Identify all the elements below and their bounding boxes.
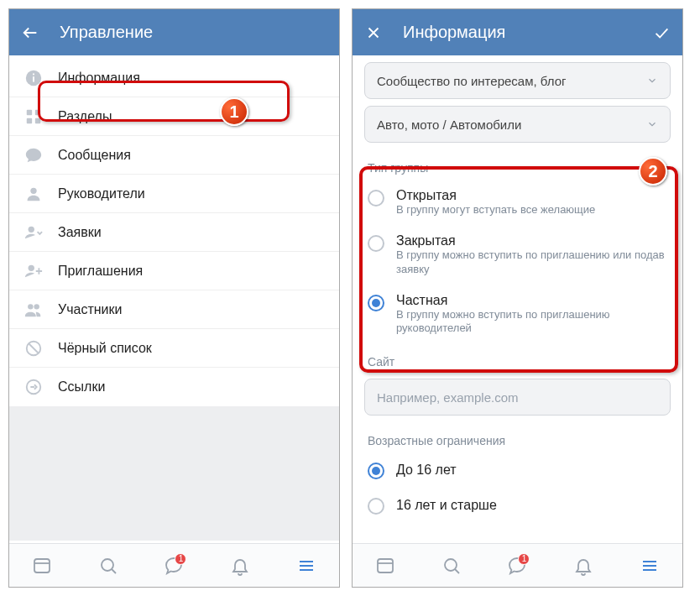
svg-rect-14: [34, 559, 50, 572]
radio-private[interactable]: Частная В группу можно вступить по пригл…: [353, 285, 682, 344]
tab-notifications[interactable]: [572, 555, 594, 577]
menu-invitations[interactable]: Приглашения: [9, 252, 339, 290]
chevron-down-icon: [646, 118, 658, 130]
tab-search[interactable]: [97, 555, 119, 577]
svg-rect-3: [27, 109, 32, 114]
tab-news[interactable]: [31, 555, 53, 577]
close-icon[interactable]: [364, 24, 383, 42]
step-badge-1: 1: [220, 97, 248, 126]
blacklist-icon: [24, 339, 43, 358]
menu-label: Приглашения: [58, 264, 143, 279]
menu-label: Руководители: [58, 186, 145, 201]
dropdown-value: Авто, мото / Автомобили: [377, 118, 521, 132]
tabbar: 1: [353, 543, 682, 587]
radio-title: Открытая: [396, 188, 595, 203]
radio-icon: [368, 463, 384, 479]
svg-rect-1: [33, 76, 34, 81]
notif-badge: 1: [175, 553, 186, 565]
menu-label: Ссылки: [58, 379, 105, 395]
svg-rect-6: [35, 118, 40, 123]
site-label: Сайт: [353, 343, 682, 374]
radio-icon: [368, 235, 384, 252]
menu-label: Чёрный список: [58, 341, 152, 356]
left-body: Информация Разделы Сообщения Руководител…: [9, 55, 339, 543]
menu-members[interactable]: Участники: [9, 290, 339, 329]
header-title: Управление: [60, 23, 327, 42]
menu-links[interactable]: Ссылки: [9, 368, 339, 406]
radio-title: Закрытая: [396, 233, 667, 248]
site-input[interactable]: Например, example.com: [364, 379, 671, 416]
menu-label: Информация: [58, 71, 140, 86]
step-badge-2: 2: [639, 157, 667, 186]
header-manage: Управление: [9, 9, 339, 55]
members-icon: [24, 301, 43, 319]
age-16-plus[interactable]: 16 лет и старше: [353, 488, 682, 523]
tab-messages[interactable]: 1: [163, 555, 185, 577]
checkmark-icon[interactable]: [652, 24, 671, 42]
sections-icon: [24, 107, 43, 126]
radio-icon: [368, 295, 384, 311]
radio-desc: В группу могут вступать все желающие: [396, 203, 595, 217]
menu-label: Заявки: [58, 225, 102, 240]
svg-rect-5: [27, 118, 32, 123]
menu-messages[interactable]: Сообщения: [9, 136, 339, 175]
radio-desc: В группу можно вступить по приглашению р…: [396, 308, 667, 336]
menu-label: Разделы: [58, 109, 112, 124]
svg-point-11: [34, 304, 39, 309]
tab-news[interactable]: [374, 555, 396, 577]
svg-rect-16: [378, 559, 393, 572]
menu-sections[interactable]: Разделы: [9, 97, 339, 136]
requests-icon: [24, 223, 43, 242]
menu-label: Участники: [58, 302, 122, 317]
site-placeholder: Например, example.com: [377, 390, 519, 405]
age-option-label: 16 лет и старше: [396, 498, 497, 513]
tab-notifications[interactable]: [229, 555, 251, 577]
svg-point-17: [445, 559, 457, 571]
community-type-dropdown[interactable]: Сообщество по интересам, блог: [364, 62, 671, 99]
menu-managers[interactable]: Руководители: [9, 175, 339, 213]
notif-badge: 1: [518, 553, 530, 565]
menu-label: Сообщения: [58, 148, 131, 163]
age-option-label: До 16 лет: [396, 463, 457, 478]
menu-blacklist[interactable]: Чёрный список: [9, 329, 339, 368]
right-screen: Информация Сообщество по интересам, блог…: [352, 8, 683, 588]
menu-information[interactable]: Информация: [9, 59, 339, 97]
radio-icon: [368, 498, 384, 515]
links-icon: [24, 378, 43, 396]
managers-icon: [24, 185, 43, 203]
invitations-icon: [24, 262, 43, 280]
header-title: Информация: [403, 23, 632, 42]
svg-point-15: [102, 559, 113, 571]
radio-open[interactable]: Открытая В группу могут вступать все жел…: [353, 180, 682, 225]
right-body: Сообщество по интересам, блог Авто, мото…: [353, 55, 682, 543]
menu-requests[interactable]: Заявки: [9, 213, 339, 252]
dropdown-value: Сообщество по интересам, блог: [377, 74, 566, 88]
age-under-16[interactable]: До 16 лет: [353, 452, 682, 488]
tab-messages[interactable]: 1: [506, 555, 528, 577]
left-screen: Управление Информация Разделы Сообщения: [8, 8, 340, 588]
group-type-label: Тип группы: [353, 149, 682, 180]
svg-point-10: [28, 304, 33, 309]
tab-menu[interactable]: [295, 555, 317, 577]
tab-menu[interactable]: [639, 555, 661, 577]
back-icon[interactable]: [21, 24, 39, 42]
header-info: Информация: [353, 9, 682, 55]
radio-closed[interactable]: Закрытая В группу можно вступить по приг…: [353, 225, 682, 285]
radio-icon: [368, 190, 384, 207]
svg-point-8: [29, 226, 34, 232]
tabbar: 1: [9, 543, 339, 587]
svg-point-7: [30, 187, 36, 193]
svg-rect-4: [35, 109, 40, 114]
age-label: Возрастные ограничения: [353, 422, 682, 452]
svg-point-9: [29, 264, 34, 270]
info-icon: [24, 69, 43, 87]
category-dropdown[interactable]: Авто, мото / Автомобили: [364, 106, 671, 143]
messages-icon: [24, 146, 43, 165]
chevron-down-icon: [646, 75, 658, 86]
radio-desc: В группу можно вступить по приглашению и…: [396, 248, 667, 276]
radio-title: Частная: [396, 293, 667, 308]
svg-rect-2: [33, 73, 34, 75]
tab-search[interactable]: [441, 555, 462, 577]
